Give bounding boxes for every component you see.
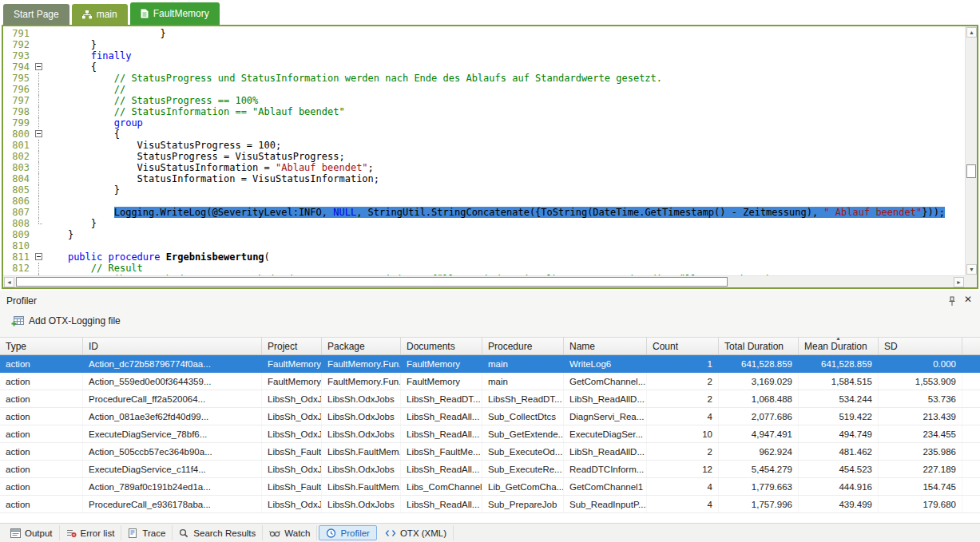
code-text: finally [45, 50, 965, 61]
table-cell-documents: LibsSh_FaultMe... [401, 443, 482, 460]
code-line[interactable]: 809 } [3, 229, 965, 240]
scroll-down-icon[interactable]: ▼ [966, 264, 977, 275]
code-line[interactable]: 791 } [3, 28, 965, 39]
profiler-icon [326, 528, 336, 538]
table-row[interactable]: actionAction_789af0c191b24ed1a...LibsSh_… [0, 478, 980, 496]
column-header-type[interactable]: Type [0, 338, 83, 354]
code-text: StatusProgress = VisuStatusProgress; [45, 151, 965, 162]
fold-margin [34, 184, 45, 196]
code-line[interactable]: 792 } [3, 39, 965, 50]
code-line[interactable]: 802 StatusProgress = VisuStatusProgress; [3, 151, 965, 162]
table-cell-mean-duration: 519.422 [799, 408, 879, 425]
trace-icon [128, 528, 138, 538]
code-line[interactable]: 797 // StatusProgress == 100% [3, 95, 965, 106]
code-line[interactable]: 796 // [3, 84, 965, 95]
code-segment: } [45, 28, 166, 39]
code-line[interactable]: 808 } [3, 218, 965, 229]
column-header-name[interactable]: Name [564, 338, 647, 354]
code-line[interactable]: 812 // Result [3, 263, 965, 274]
column-header-id[interactable]: ID [83, 338, 262, 354]
fold-toggle-icon[interactable] [34, 251, 45, 263]
column-header-label: Mean Duration [804, 341, 867, 352]
line-number: 807 [3, 207, 34, 218]
code-line[interactable]: 807 Logging.WriteLog(@SeverityLevel:INFO… [3, 207, 965, 218]
column-header-mean-duration[interactable]: Mean Duration▲ [799, 338, 879, 354]
horizontal-scrollbar-thumb[interactable] [16, 277, 728, 287]
tab-start-page[interactable]: Start Page [3, 4, 69, 25]
table-row[interactable]: actionProcedureCall_ff2a520064...LibsSh_… [0, 390, 980, 408]
table-cell-documents: FaultMemory [401, 373, 482, 390]
scroll-up-icon[interactable]: ▲ [966, 27, 977, 38]
bottom-tab-otx-xml[interactable]: OTX (XML) [379, 525, 454, 540]
error-list-icon [66, 528, 77, 538]
column-header-count[interactable]: Count [647, 338, 719, 354]
bottom-tab-search-results[interactable]: Search Results [173, 525, 263, 540]
fold-toggle-icon[interactable] [34, 129, 45, 140]
vertical-scrollbar[interactable]: ▲ ▼ [965, 26, 977, 275]
tab-faultmemory[interactable]: FaultMemory [130, 2, 220, 25]
code-line[interactable]: 795 // StatusProgress und StatusInformat… [3, 73, 965, 84]
pin-icon[interactable] [946, 295, 958, 307]
add-otx-logging-file-button[interactable]: Add OTX-Logging file [6, 313, 125, 329]
bottom-tab-profiler[interactable]: Profiler [319, 525, 376, 540]
scroll-left-icon[interactable]: ◄ [4, 277, 14, 287]
code-line[interactable]: 811 public procedure Ergebnisbewertung( [3, 251, 965, 263]
table-row[interactable]: actionAction_559ed0e00f3644359...FaultMe… [0, 373, 980, 390]
code-text: public procedure Ergebnisbewertung( [45, 251, 965, 263]
code-segment [45, 84, 114, 95]
line-number: 809 [3, 229, 34, 240]
code-line[interactable]: 804 StatusInformation = VisuStatusInform… [3, 173, 965, 184]
table-cell-package: LibsSh.FaultMem... [322, 443, 401, 460]
collapse-box-icon[interactable] [35, 130, 42, 137]
table-cell-project: LibsSh_OdxJobs [262, 408, 322, 425]
column-header-documents[interactable]: Documents [401, 338, 482, 354]
code-editor[interactable]: 791 }792 }793 finally794 {795 // StatusP… [2, 25, 978, 289]
table-cell-type: action [0, 443, 83, 460]
table-cell-documents: LibsSh_ReadAll... [401, 461, 482, 477]
table-cell-procedure: Sub_ExecuteRe... [482, 461, 564, 477]
column-header-sd[interactable]: SD [879, 338, 962, 354]
tab-main[interactable]: main [72, 4, 128, 25]
table-row[interactable]: actionAction_081ae3ef62fd40d99...LibsSh_… [0, 408, 980, 425]
code-line[interactable]: 803 VisuStatusInformation = "Ablauf been… [3, 162, 965, 173]
code-line[interactable]: 800 { [3, 129, 965, 140]
table-cell-type: action [0, 408, 83, 425]
code-line[interactable]: 805 } [3, 184, 965, 196]
table-cell-total-duration: 1,757.996 [719, 496, 799, 512]
code-text: // StatusProgress == 100% [45, 95, 965, 106]
fold-toggle-icon[interactable] [34, 61, 45, 73]
table-cell-id: ProcedureCall_ff2a520064... [83, 390, 262, 407]
vertical-scrollbar-thumb[interactable] [966, 164, 976, 178]
table-row[interactable]: actionAction_dc72b58796774f0aa...FaultMe… [0, 355, 980, 373]
scroll-right-icon[interactable]: ► [954, 277, 964, 287]
bottom-tab-error-list[interactable]: Error list [60, 525, 122, 540]
table-row[interactable]: actionAction_505ccb57ec364b90a...LibsSh_… [0, 443, 980, 461]
collapse-box-icon[interactable] [35, 63, 42, 70]
bottom-tab-watch[interactable]: Watch [263, 525, 317, 540]
code-line[interactable]: 806 [3, 196, 965, 207]
code-line[interactable]: 794 { [3, 61, 965, 73]
column-header-procedure[interactable]: Procedure [482, 338, 564, 354]
code-line[interactable]: 801 VisuStatusProgress = 100; [3, 140, 965, 151]
line-number: 811 [3, 251, 34, 263]
table-row[interactable]: actionProcedureCall_e936178aba...LibsSh_… [0, 496, 980, 513]
bottom-tab-label: Watch [284, 528, 310, 538]
close-icon[interactable]: ✕ [962, 294, 974, 305]
column-header-package[interactable]: Package [322, 338, 401, 354]
bottom-tab-output[interactable]: Output [4, 525, 60, 540]
bottom-tab-label: Trace [142, 528, 165, 538]
code-line[interactable]: 799 group [3, 117, 965, 129]
table-row[interactable]: actionExecuteDiagService_78bf6...LibsSh_… [0, 425, 980, 443]
table-cell-documents: Libs_ComChannel [401, 478, 482, 495]
code-area[interactable]: 791 }792 }793 finally794 {795 // StatusP… [3, 26, 965, 275]
collapse-box-icon[interactable] [35, 253, 42, 260]
code-line[interactable]: 810 [3, 240, 965, 251]
code-line[interactable]: 798 // StatusInformation == "Ablauf been… [3, 106, 965, 117]
horizontal-scrollbar[interactable]: ◄ ► [3, 275, 965, 287]
column-header-total-duration[interactable]: Total Duration [719, 338, 799, 354]
code-line[interactable]: 793 finally [3, 50, 965, 61]
table-row[interactable]: actionExecuteDiagService_c11f4...LibsSh_… [0, 461, 980, 478]
column-header-project[interactable]: Project [262, 338, 322, 354]
bottom-tab-trace[interactable]: Trace [121, 525, 173, 540]
table-cell-procedure: Sub_PrepareJob [482, 496, 564, 512]
